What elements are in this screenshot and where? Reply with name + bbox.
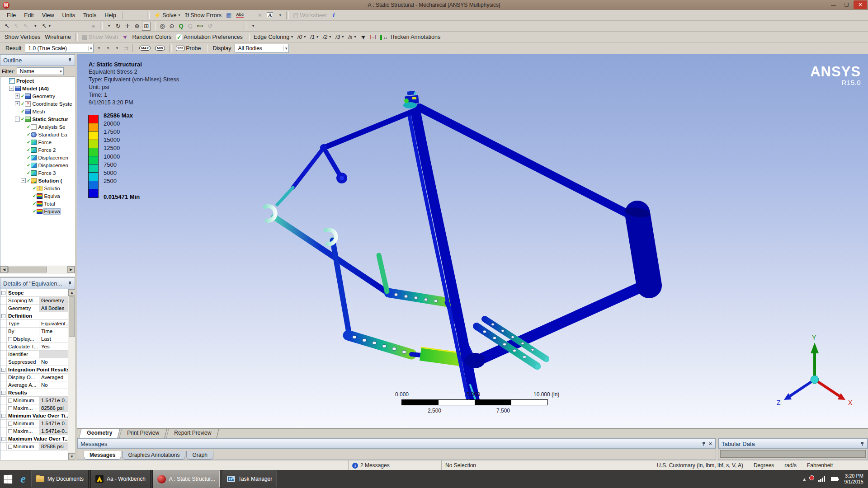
smooth-contours-button[interactable]: ▾ (113, 44, 121, 53)
messages-tab[interactable]: Graphics Annotations (122, 451, 185, 460)
pin-icon[interactable] (68, 58, 72, 63)
new-chart-button[interactable] (246, 11, 255, 20)
pan-button[interactable]: ✛ (123, 22, 132, 31)
internet-explorer-icon[interactable]: e (15, 470, 31, 488)
details-row[interactable]: Display... Last (0, 335, 68, 343)
select-face-button[interactable] (71, 22, 80, 31)
details-row[interactable]: − Minimum Value Over Ti... (0, 412, 68, 420)
tree-expander[interactable] (15, 117, 20, 122)
solve-button[interactable]: ⚡Solve▾ (152, 11, 182, 20)
details-row[interactable]: Display O... Averaged (0, 374, 68, 381)
outline-horizontal-scrollbar[interactable]: ◀ ▶ (0, 266, 75, 273)
menu-item[interactable]: Units (58, 11, 79, 19)
pin-icon[interactable] (702, 441, 706, 446)
tree-item[interactable]: ✓ Analysis Se (0, 123, 75, 131)
checkbox[interactable] (8, 406, 12, 410)
result-scale-select[interactable]: 1.0 (True Scale)▾ (25, 44, 94, 53)
show-hidden-icons[interactable]: ▲ (802, 477, 807, 482)
contour-sphere-button[interactable]: ▾ (276, 11, 284, 20)
isometric-view-button[interactable]: ISO (195, 22, 205, 31)
view-orientation-button[interactable]: ▾ (105, 22, 113, 31)
box-select-button[interactable]: ▾ (31, 22, 39, 31)
status-messages[interactable]: i 2 Messages (348, 460, 441, 470)
menu-item[interactable]: File (3, 11, 20, 19)
tree-expander[interactable] (21, 178, 26, 183)
select-edge-button[interactable] (62, 22, 71, 31)
tree-item[interactable]: ✓ Force (0, 138, 75, 146)
details-row[interactable]: − Maximum Value Over T... (0, 435, 68, 443)
details-row[interactable]: Identifier (0, 351, 68, 358)
scroll-left-button[interactable]: ◀ (0, 266, 8, 273)
scroll-down-button[interactable]: ▼ (68, 453, 75, 460)
network-icon[interactable] (818, 476, 825, 482)
details-row[interactable]: Minimum 82586 psi (0, 443, 68, 450)
info-button[interactable]: i (330, 11, 338, 20)
annotation-preferences-button[interactable]: ✓Annotation Preferences (174, 33, 245, 42)
contours-button[interactable]: ▾ (104, 44, 112, 53)
viewport-tab[interactable]: Geometry (79, 429, 120, 438)
tree-item[interactable]: ✓ Geometry (0, 92, 75, 100)
rotate-button[interactable]: ↻ (114, 22, 123, 31)
tree-item[interactable]: ✓ Standard Ea (0, 131, 75, 138)
checkbox[interactable] (8, 429, 12, 433)
previous-view-button[interactable]: ↺ (206, 22, 215, 31)
edge-direction-1-button[interactable]: /1▾ (308, 33, 320, 42)
label-select-button[interactable]: ↖ (3, 22, 11, 31)
select-previous-button[interactable]: ↖ (12, 22, 21, 31)
taskbar-button[interactable]: Aa - Workbench (90, 470, 151, 488)
scrollbar-thumb[interactable] (8, 267, 47, 272)
details-row[interactable]: Maxim... 82586 psi (0, 404, 68, 412)
tree-item[interactable]: Project (0, 77, 75, 84)
zoom-fit-button[interactable]: ◎ (158, 22, 166, 31)
tree-item[interactable]: Model (A4) (0, 84, 75, 92)
show-errors-button[interactable]: ?/Show Errors (183, 11, 224, 20)
details-row[interactable]: Geometry All Bodies (0, 305, 68, 312)
checkbox[interactable] (8, 445, 12, 449)
connect-icon[interactable] (137, 11, 145, 20)
magnifier-button[interactable]: ⊙ (168, 22, 176, 31)
details-row[interactable]: Type Equivalent... (0, 320, 68, 328)
edge-direction-x-button[interactable]: /x▾ (346, 33, 358, 42)
box-zoom-button[interactable]: ⊞ (142, 22, 151, 31)
pin-icon[interactable] (860, 441, 864, 446)
details-row[interactable]: Calculate T... Yes (0, 343, 68, 351)
select-vertex-button[interactable] (53, 22, 61, 31)
battery-icon[interactable] (831, 477, 838, 481)
viewport-tab[interactable]: Print Preview (119, 429, 167, 438)
details-row[interactable]: − Integration Point Results (0, 366, 68, 374)
vector-display-button[interactable]: ⇉ (122, 44, 130, 53)
thicken-annotations-button[interactable]: ↔Thicken Annotations (378, 33, 443, 42)
details-row[interactable]: Minimum 1.5471e-0... (0, 420, 68, 427)
details-row[interactable]: Maxim... 1.5471e-0... (0, 427, 68, 435)
taskbar-button[interactable]: My Documents (31, 470, 89, 488)
extend-selection-button[interactable]: ● (90, 22, 98, 31)
scrollbar-thumb[interactable] (69, 296, 75, 337)
restore-button[interactable]: ❏ (840, 0, 853, 9)
close-panel-icon[interactable]: ✕ (708, 441, 712, 447)
details-row[interactable]: − Scope (0, 289, 68, 297)
checkbox[interactable] (8, 422, 12, 426)
close-button[interactable]: ✕ (854, 0, 867, 9)
ruler-button[interactable] (224, 22, 232, 31)
checkbox[interactable] (8, 337, 12, 341)
tree-item[interactable]: ✓ Displacemen (0, 161, 75, 169)
minimize-button[interactable]: — (827, 0, 840, 9)
checkbox[interactable] (8, 399, 12, 403)
tree-item[interactable]: ✓ Static Structur (0, 115, 75, 123)
details-vertical-scrollbar[interactable]: ▲ ▼ (68, 289, 75, 460)
tree-item[interactable]: ✓ Equiva (0, 207, 75, 215)
edge-coloring-button[interactable]: Edge Coloring▾ (252, 33, 295, 42)
solve-status-icon[interactable] (127, 11, 136, 20)
pick-xyz-button[interactable]: ↖ (22, 22, 30, 31)
details-row[interactable]: − Definition (0, 312, 68, 320)
select-body-button[interactable] (80, 22, 89, 31)
scroll-up-button[interactable]: ▲ (68, 289, 75, 296)
taskbar-clock[interactable]: 3:20 PM 9/1/2015 (844, 473, 863, 485)
menu-item[interactable]: Edit (20, 11, 38, 19)
messages-tab[interactable]: Graph (186, 451, 213, 460)
manage-views-button[interactable]: ▾ (249, 22, 257, 31)
details-row[interactable]: By Time (0, 328, 68, 335)
show-max-button[interactable]: MAX (137, 44, 152, 53)
details-row[interactable]: Scoping M... Geometry ... (0, 297, 68, 305)
menu-item[interactable]: Tools (79, 11, 100, 19)
